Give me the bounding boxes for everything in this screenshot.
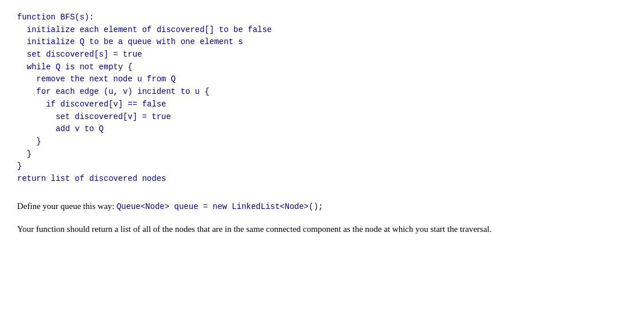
code-line-1: function BFS(s): — [17, 13, 94, 22]
code-line-8: if discovered[v] == false — [17, 100, 166, 109]
code-line-6: remove the next node u from Q — [17, 74, 176, 84]
define-queue-line: Define your queue this way: Queue<Node> … — [17, 199, 627, 213]
code-block: function BFS(s): initialize each element… — [17, 11, 627, 185]
define-queue-code: Queue<Node> queue = new LinkedList<Node>… — [117, 202, 323, 211]
code-line-7: for each edge (u, v) incident to u { — [17, 87, 209, 96]
define-queue-prefix: Define your queue this way: — [17, 202, 117, 211]
code-line-2: initialize each element of discovered[] … — [17, 25, 272, 34]
code-line-10: add v to Q — [17, 124, 104, 133]
code-line-13: } — [17, 161, 22, 171]
code-line-11: } — [17, 137, 41, 146]
code-line-14: return list of discovered nodes — [17, 174, 166, 183]
code-line-12: } — [17, 149, 31, 159]
code-line-3: initialize Q to be a queue with one elem… — [17, 37, 243, 46]
code-line-5: while Q is not empty { — [17, 62, 133, 72]
return-description: Your function should return a list of al… — [17, 222, 623, 236]
code-line-4: set discovered[s] = true — [17, 50, 142, 59]
code-line-9: set discovered[v] = true — [17, 112, 171, 121]
